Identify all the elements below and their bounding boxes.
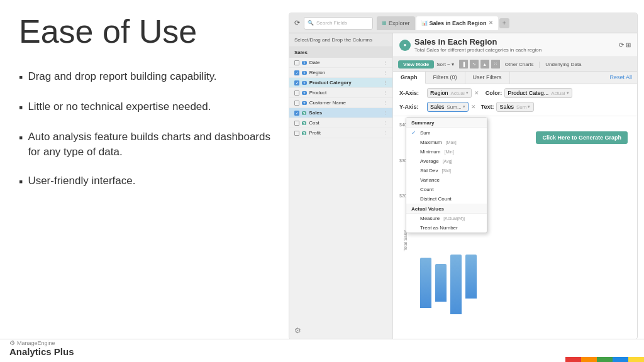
- add-tab-button[interactable]: +: [499, 18, 509, 28]
- bar: [465, 255, 477, 299]
- drag-handle[interactable]: ⋮: [383, 101, 387, 106]
- color-row: Color: Product Categ... Actual ▾: [486, 88, 572, 98]
- tab-explorer[interactable]: ▦ Explorer: [377, 16, 415, 30]
- x-axis-select[interactable]: Region Actual ▾: [427, 88, 472, 98]
- sidebar-item-product-category[interactable]: ✓ T Product Category ⋮: [289, 78, 392, 88]
- sidebar-item-cost[interactable]: $ Cost ⋮: [289, 118, 392, 128]
- refresh-report-icon[interactable]: ⟳: [619, 41, 624, 48]
- type-badge-product: T: [302, 91, 307, 95]
- bar: [435, 302, 447, 334]
- remove-x-axis-button[interactable]: ✕: [474, 90, 479, 96]
- bar: [450, 255, 462, 314]
- checkbox-region[interactable]: ✓: [294, 70, 299, 75]
- report-title-row: ● Sales in Each Region Total Sales for d…: [399, 37, 631, 53]
- divider: |: [539, 61, 541, 68]
- bar-group: [435, 264, 447, 334]
- tab-graph[interactable]: Graph: [393, 72, 426, 84]
- dropdown-average[interactable]: Average [Avg]: [406, 156, 487, 166]
- scatter-chart-icon[interactable]: ⁙: [491, 60, 500, 69]
- sidebar-item-label: Product: [309, 90, 327, 96]
- sidebar-item-region[interactable]: ✓ T Region ⋮: [289, 68, 392, 78]
- drag-handle[interactable]: ⋮: [383, 131, 387, 136]
- checkbox-date[interactable]: [294, 60, 299, 65]
- sidebar-header: Select/Drag and Drop the Columns: [289, 33, 392, 47]
- line-chart-icon[interactable]: ∿: [470, 60, 479, 69]
- settings-icon[interactable]: ⚙: [294, 326, 301, 335]
- app-mockup: ⟳ 🔍 Search Fields ▦ Explorer 📊 Sales in …: [289, 13, 638, 339]
- chart-icons: ▐ ∿ ▲ ⁙: [459, 60, 500, 69]
- chevron-down-icon: ▾: [528, 104, 530, 109]
- tab-filters[interactable]: Filters (0): [426, 72, 465, 84]
- checkbox-customer[interactable]: [294, 101, 299, 106]
- view-mode-button[interactable]: View Mode: [398, 60, 434, 69]
- bar: [420, 309, 431, 334]
- dropdown-sum[interactable]: Sum: [406, 128, 487, 138]
- drag-handle[interactable]: ⋮: [383, 70, 387, 75]
- sidebar-item-date[interactable]: T Date ⋮: [289, 58, 392, 68]
- sidebar-bottom: ⚙: [289, 322, 392, 339]
- bullet-list: Drag and drop report building capability…: [19, 69, 270, 190]
- type-badge-sales: $: [302, 111, 306, 115]
- dropdown-variance[interactable]: Variance: [406, 175, 487, 185]
- drag-handle[interactable]: ⋮: [383, 90, 387, 96]
- app-toolbar: ⟳ 🔍 Search Fields ▦ Explorer 📊 Sales in …: [289, 13, 637, 33]
- drag-handle[interactable]: ⋮: [383, 80, 387, 85]
- sidebar-item-customer[interactable]: T Customer Name ⋮: [289, 98, 392, 108]
- dropdown-maximum[interactable]: Maximum [Max]: [406, 138, 487, 147]
- search-icon: 🔍: [308, 20, 314, 26]
- text-row: Text: Sales Sum ▾: [481, 102, 535, 112]
- y-axis-select[interactable]: Sales Sum... ▾: [427, 102, 469, 112]
- checkbox-product[interactable]: [294, 90, 299, 96]
- generate-graph-button[interactable]: Click Here to Generate Graph: [536, 131, 628, 144]
- close-icon[interactable]: ✕: [489, 20, 493, 26]
- page-title: Ease of Use: [19, 13, 270, 50]
- tab-sales-region[interactable]: 📊 Sales in Each Region ✕: [416, 16, 498, 30]
- remove-y-axis-button[interactable]: ✕: [471, 104, 476, 110]
- sidebar: Select/Drag and Drop the Columns Sales T…: [289, 33, 393, 339]
- sidebar-item-profit[interactable]: $ Profit ⋮: [289, 128, 392, 138]
- dropdown-measure[interactable]: Measure [Actual(M)]: [406, 214, 487, 223]
- drag-handle[interactable]: ⋮: [383, 60, 387, 65]
- type-badge-customer: T: [302, 101, 307, 105]
- dropdown-distinct-count[interactable]: Distinct Count: [406, 194, 487, 204]
- sidebar-item-label: Cost: [309, 120, 319, 126]
- list-item: Little or no technical expertise needed.: [19, 99, 270, 116]
- checkbox-product-category[interactable]: ✓: [294, 80, 299, 85]
- view-mode-bar: View Mode Sort ~ ▾ ▐ ∿ ▲ ⁙ Other Charts …: [393, 57, 637, 72]
- bar-chart-icon[interactable]: ▐: [459, 60, 468, 69]
- bar: [450, 315, 462, 334]
- sort-button[interactable]: Sort ~ ▾: [436, 62, 454, 67]
- table-icon[interactable]: ⊞: [626, 41, 631, 48]
- bar: [420, 258, 431, 308]
- dropdown-count[interactable]: Count: [406, 185, 487, 194]
- sidebar-item-label: Sales: [309, 110, 322, 116]
- color-select[interactable]: Product Categ... Actual ▾: [504, 88, 572, 98]
- checkbox-sales[interactable]: ✓: [294, 111, 299, 116]
- area-chart-icon[interactable]: ▲: [480, 60, 489, 69]
- dropdown-minimum[interactable]: Minimum [Min]: [406, 147, 487, 156]
- color-label: Color:: [486, 90, 502, 96]
- underlying-data-button[interactable]: Underlying Data: [545, 62, 581, 67]
- search-box[interactable]: 🔍 Search Fields: [304, 17, 373, 30]
- tab-user-filters[interactable]: User Filters: [465, 72, 510, 84]
- dropdown-treat-as-number[interactable]: Treat as Number: [406, 223, 487, 233]
- dropdown-stddev[interactable]: Std Dev [Std]: [406, 166, 487, 175]
- sidebar-item-product[interactable]: T Product ⋮: [289, 88, 392, 98]
- tab-bar: ▦ Explorer 📊 Sales in Each Region ✕ +: [377, 16, 632, 30]
- reset-all-button[interactable]: Reset All: [604, 72, 637, 84]
- refresh-icon[interactable]: ⟳: [294, 19, 300, 27]
- list-item: User-friendly interface.: [19, 173, 270, 190]
- sidebar-item-sales[interactable]: ✓ $ Sales ⋮: [289, 108, 392, 118]
- drag-handle[interactable]: ⋮: [383, 111, 387, 116]
- checkbox-profit[interactable]: [294, 131, 299, 136]
- checkbox-cost[interactable]: [294, 121, 299, 126]
- drag-handle[interactable]: ⋮: [383, 121, 387, 126]
- type-badge-date: T: [302, 61, 307, 65]
- y-axis-label: Y-Axis:: [399, 104, 425, 110]
- color-strip: [565, 357, 644, 362]
- dropdown-overlay: Summary Sum Maximum [Max] Minimum [Min] …: [406, 117, 487, 233]
- text-select[interactable]: Sales Sum ▾: [496, 102, 534, 112]
- x-axis-row: X-Axis: Region Actual ▾ ✕: [399, 88, 479, 98]
- chevron-down-icon: ▾: [567, 90, 569, 96]
- other-charts-button[interactable]: Other Charts: [505, 62, 534, 67]
